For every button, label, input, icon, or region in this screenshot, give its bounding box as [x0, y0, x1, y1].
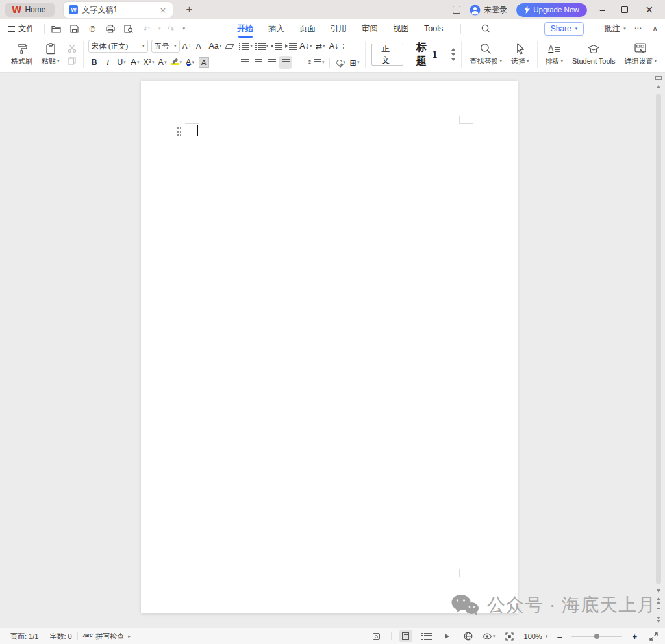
- show-marks-button[interactable]: [341, 40, 353, 53]
- shading-button[interactable]: ▾: [334, 56, 347, 69]
- text-effect-button[interactable]: A▾: [157, 56, 169, 69]
- font-color-button[interactable]: A▾: [184, 56, 196, 69]
- highlight-button[interactable]: ▾: [170, 56, 183, 69]
- visibility-button[interactable]: ▾: [483, 630, 496, 642]
- paragraph-drag-handle[interactable]: [177, 127, 182, 136]
- paste-button[interactable]: 粘贴 ▾: [38, 42, 63, 68]
- scrollbar-track[interactable]: [656, 94, 661, 584]
- font-size-select[interactable]: 五号 ▾: [151, 40, 180, 53]
- scroll-up-icon[interactable]: [657, 85, 660, 88]
- align-left-button[interactable]: [238, 56, 251, 69]
- web-layout-button[interactable]: [462, 630, 475, 642]
- share-button[interactable]: Share ▾: [544, 22, 584, 36]
- line-spacing-button[interactable]: ↕▾: [307, 56, 325, 69]
- fullscreen-button[interactable]: [647, 630, 660, 642]
- cut-icon[interactable]: [68, 44, 77, 53]
- italic-button[interactable]: I: [102, 56, 114, 69]
- zoom-out-button[interactable]: –: [555, 632, 564, 641]
- styles-scroll-up-icon[interactable]: [451, 48, 455, 51]
- decrease-indent-button[interactable]: [270, 40, 283, 53]
- previous-page-icon[interactable]: [657, 597, 660, 604]
- undo-dropdown-icon[interactable]: ▾: [158, 26, 161, 31]
- new-tab-button[interactable]: +: [182, 3, 196, 16]
- change-case-button[interactable]: Aa▾: [208, 40, 223, 53]
- redo-button[interactable]: ↷: [164, 21, 179, 36]
- comment-button[interactable]: 批注 ▾: [604, 23, 626, 34]
- zoom-slider[interactable]: [571, 636, 622, 637]
- close-tab-icon[interactable]: ×: [158, 5, 168, 15]
- font-name-select[interactable]: 宋体 (正文) ▾: [88, 40, 148, 53]
- settings-button[interactable]: 详细设置▾: [621, 42, 660, 68]
- format-painter-button[interactable]: 格式刷: [8, 42, 36, 68]
- document-page[interactable]: [141, 81, 518, 613]
- word-count-label[interactable]: 字数: 0: [44, 632, 77, 641]
- document-tab[interactable]: W 文字文稿1 ×: [64, 2, 173, 18]
- numbered-list-button[interactable]: ▾: [255, 40, 270, 53]
- styles-scroll-down-icon[interactable]: [451, 53, 455, 56]
- select-button[interactable]: 选择▾: [508, 42, 533, 68]
- align-right-button[interactable]: [266, 56, 278, 69]
- save-button[interactable]: [66, 21, 82, 36]
- text-direction-button[interactable]: ⇄▾: [314, 40, 326, 53]
- more-options-icon[interactable]: ···: [633, 24, 644, 33]
- superscript-button[interactable]: X²▾: [143, 56, 155, 69]
- strikethrough-button[interactable]: A▾: [129, 56, 142, 69]
- tab-page[interactable]: 页面: [299, 21, 316, 37]
- scrollbar-thumb[interactable]: [656, 94, 661, 584]
- export-pdf-button[interactable]: ℗: [84, 21, 100, 36]
- file-menu-button[interactable]: 文件: [0, 23, 41, 34]
- ruler-toggle-icon[interactable]: [655, 76, 662, 80]
- fit-page-button[interactable]: [503, 630, 516, 642]
- task-pane-button[interactable]: [370, 630, 383, 642]
- upgrade-button[interactable]: Upgrade Now: [516, 3, 586, 17]
- distribute-button[interactable]: [293, 56, 305, 69]
- customize-toolbar-icon[interactable]: ▾: [183, 26, 186, 31]
- sort-button[interactable]: A↓: [327, 40, 340, 53]
- style-heading-1[interactable]: 标题 1: [407, 44, 447, 66]
- increase-indent-button[interactable]: [284, 40, 297, 53]
- print-button[interactable]: [103, 21, 118, 36]
- tab-reference[interactable]: 引用: [330, 21, 347, 37]
- clear-format-button[interactable]: [223, 40, 236, 53]
- char-shading-button[interactable]: A: [197, 56, 210, 69]
- page-count-label[interactable]: 页面: 1/1: [5, 632, 44, 641]
- align-center-button[interactable]: [252, 56, 264, 69]
- zoom-slider-knob[interactable]: [594, 634, 599, 639]
- home-tab[interactable]: W Home: [5, 3, 55, 17]
- vertical-scrollbar[interactable]: [653, 74, 664, 625]
- student-tools-button[interactable]: Student Tools: [569, 42, 618, 66]
- close-window-button[interactable]: ×: [641, 4, 657, 16]
- account-button[interactable]: 未登录: [470, 5, 507, 16]
- tab-tools[interactable]: Tools: [423, 21, 444, 36]
- align-justify-button[interactable]: [279, 56, 292, 69]
- bullet-list-button[interactable]: ▾: [238, 40, 253, 53]
- select-browse-object-icon[interactable]: [657, 608, 660, 612]
- separate-window-icon[interactable]: [453, 6, 460, 14]
- read-mode-button[interactable]: [441, 630, 454, 642]
- style-body-text[interactable]: 正文: [371, 44, 403, 66]
- minimize-button[interactable]: –: [596, 5, 609, 15]
- page-view-button[interactable]: [399, 630, 412, 642]
- maximize-button[interactable]: [621, 6, 628, 13]
- increase-font-button[interactable]: A⁺: [181, 40, 194, 53]
- copy-icon[interactable]: [68, 57, 76, 65]
- border-button[interactable]: ⊞▾: [348, 56, 360, 69]
- underline-button[interactable]: U▾: [116, 56, 128, 69]
- char-scale-button[interactable]: A↕▾: [299, 40, 312, 53]
- typeset-button[interactable]: A 排版▾: [542, 42, 567, 68]
- print-preview-button[interactable]: [121, 21, 136, 36]
- tab-insert[interactable]: 插入: [268, 21, 285, 37]
- tab-view[interactable]: 视图: [392, 21, 410, 37]
- spellcheck-button[interactable]: ABC 拼写检查 ▸: [78, 632, 136, 641]
- scroll-down-icon[interactable]: [657, 589, 660, 593]
- next-page-icon[interactable]: [657, 617, 660, 623]
- zoom-level-button[interactable]: 100% ▾: [524, 632, 548, 640]
- zoom-in-button[interactable]: +: [630, 632, 639, 641]
- tab-home[interactable]: 开始: [236, 21, 254, 37]
- search-icon[interactable]: [478, 21, 494, 36]
- open-file-button[interactable]: [48, 21, 64, 36]
- decrease-font-button[interactable]: A⁻: [195, 40, 207, 53]
- styles-more-icon[interactable]: [451, 58, 455, 61]
- tab-review[interactable]: 审阅: [361, 21, 379, 37]
- collapse-ribbon-icon[interactable]: ∧: [650, 24, 660, 33]
